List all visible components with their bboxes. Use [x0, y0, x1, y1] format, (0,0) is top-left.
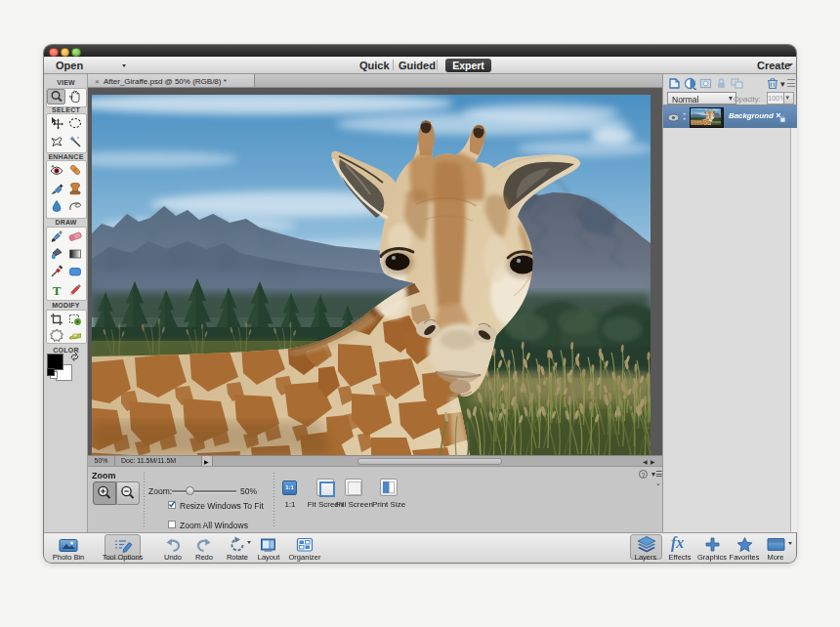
- svg-text:T: T: [53, 283, 62, 297]
